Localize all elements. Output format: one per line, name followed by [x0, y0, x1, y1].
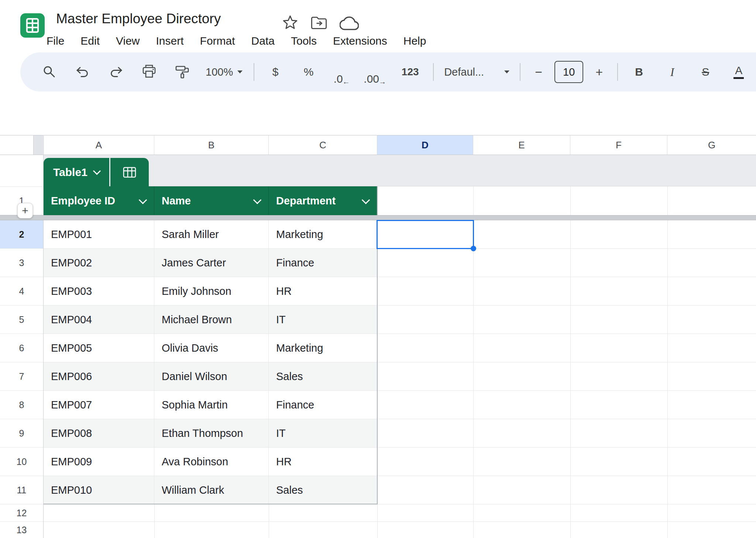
- increase-font-size-button[interactable]: +: [586, 59, 612, 85]
- row-header-7[interactable]: 7: [0, 362, 43, 391]
- cell-a3[interactable]: EMP002: [44, 249, 154, 277]
- more-formats-button[interactable]: 123: [392, 59, 428, 85]
- cell-c3[interactable]: Finance: [269, 249, 377, 277]
- frozen-row-divider[interactable]: [0, 215, 756, 220]
- cell-b10[interactable]: Ava Robinson: [154, 448, 269, 476]
- decrease-decimal-button[interactable]: .0 ←: [326, 59, 358, 85]
- move-folder-icon[interactable]: [310, 15, 328, 30]
- italic-button[interactable]: I: [656, 59, 688, 85]
- table-row: EMP001 Sarah Miller Marketing: [44, 220, 377, 249]
- increase-decimal-button[interactable]: .00 →: [359, 59, 391, 85]
- row-header-3[interactable]: 3: [0, 249, 43, 277]
- font-dropdown[interactable]: Defaul...: [439, 66, 515, 78]
- document-title[interactable]: Master Employee Directory: [56, 11, 221, 27]
- table-header-employee-id[interactable]: Employee ID: [44, 186, 154, 215]
- column-header-c[interactable]: C: [269, 135, 377, 155]
- menu-insert[interactable]: Insert: [156, 35, 184, 47]
- cell-a6[interactable]: EMP005: [44, 334, 154, 362]
- column-header-d[interactable]: D: [377, 135, 473, 155]
- toolbar-divider: [617, 63, 618, 81]
- cell-a8[interactable]: EMP007: [44, 391, 154, 419]
- print-icon[interactable]: [133, 59, 165, 85]
- menu-view[interactable]: View: [116, 35, 140, 47]
- cell-b7[interactable]: Daniel Wilson: [154, 362, 269, 390]
- cell-c4[interactable]: HR: [269, 277, 377, 305]
- cell-a9[interactable]: EMP008: [44, 419, 154, 447]
- font-size-input[interactable]: 10: [554, 61, 583, 83]
- menu-tools[interactable]: Tools: [291, 35, 317, 47]
- star-icon[interactable]: [282, 14, 298, 31]
- decrease-font-size-button[interactable]: −: [526, 59, 551, 85]
- cell-b5[interactable]: Michael Brown: [154, 306, 269, 334]
- header-filter-icon[interactable]: [362, 196, 370, 204]
- menu-edit[interactable]: Edit: [80, 35, 100, 47]
- cell-c10[interactable]: HR: [269, 448, 377, 476]
- column-header-f[interactable]: F: [570, 135, 667, 155]
- row-header-5[interactable]: 5: [0, 306, 43, 334]
- cell-a4[interactable]: EMP003: [44, 277, 154, 305]
- cell-c2[interactable]: Marketing: [269, 220, 377, 248]
- frozen-column-handle[interactable]: [33, 135, 44, 155]
- cell-a2[interactable]: EMP001: [44, 220, 154, 248]
- table-name-chip[interactable]: Table1: [44, 158, 109, 186]
- cell-c8[interactable]: Finance: [269, 391, 377, 419]
- row-header-12[interactable]: 12: [0, 504, 43, 522]
- column-header-b[interactable]: B: [154, 135, 269, 155]
- cell-a11[interactable]: EMP010: [44, 476, 154, 504]
- bold-button[interactable]: B: [623, 59, 655, 85]
- cell-c9[interactable]: IT: [269, 419, 377, 447]
- fill-handle[interactable]: [471, 246, 476, 251]
- table-grid-icon: [123, 167, 136, 178]
- cell-a10[interactable]: EMP009: [44, 448, 154, 476]
- cell-a7[interactable]: EMP006: [44, 362, 154, 390]
- row-header-10[interactable]: 10: [0, 448, 43, 476]
- header-filter-icon[interactable]: [139, 196, 147, 204]
- row-header-6[interactable]: 6: [0, 334, 43, 362]
- row-header-11[interactable]: 11: [0, 476, 43, 504]
- redo-icon[interactable]: [100, 59, 132, 85]
- cell-a5[interactable]: EMP004: [44, 306, 154, 334]
- strikethrough-button[interactable]: S: [690, 59, 721, 85]
- toolbar-divider: [520, 63, 520, 81]
- cell-c11[interactable]: Sales: [269, 476, 377, 504]
- table-menu-button[interactable]: [110, 158, 149, 186]
- zoom-dropdown[interactable]: 100%: [200, 66, 248, 78]
- cell-c5[interactable]: IT: [269, 306, 377, 334]
- column-header-a[interactable]: A: [44, 135, 154, 155]
- sheets-logo-icon[interactable]: [20, 13, 45, 38]
- table-row: EMP007 Sophia Martin Finance: [44, 391, 377, 419]
- column-header-g[interactable]: G: [667, 135, 756, 155]
- column-header-e[interactable]: E: [473, 135, 570, 155]
- header-filter-icon[interactable]: [253, 196, 262, 204]
- menu-extensions[interactable]: Extensions: [333, 35, 387, 47]
- selected-cell-d2[interactable]: [377, 220, 474, 249]
- row-header-13[interactable]: 13: [0, 522, 43, 538]
- cell-b9[interactable]: Ethan Thompson: [154, 419, 269, 447]
- cell-b11[interactable]: William Clark: [154, 476, 269, 504]
- cell-b6[interactable]: Olivia Davis: [154, 334, 269, 362]
- menu-file[interactable]: File: [47, 35, 64, 47]
- menu-format[interactable]: Format: [200, 35, 235, 47]
- row-header-2[interactable]: 2: [0, 220, 43, 249]
- cell-b8[interactable]: Sophia Martin: [154, 391, 269, 419]
- cell-b4[interactable]: Emily Johnson: [154, 277, 269, 305]
- cell-c6[interactable]: Marketing: [269, 334, 377, 362]
- cell-c7[interactable]: Sales: [269, 362, 377, 390]
- menu-help[interactable]: Help: [403, 35, 426, 47]
- undo-icon[interactable]: [67, 59, 99, 85]
- table-header-name[interactable]: Name: [154, 186, 269, 215]
- gridline-h: [377, 362, 756, 362]
- paint-format-icon[interactable]: [166, 59, 198, 85]
- insert-row-button[interactable]: +: [17, 203, 33, 218]
- format-currency-button[interactable]: $: [260, 59, 291, 85]
- row-header-8[interactable]: 8: [0, 391, 43, 419]
- cell-b2[interactable]: Sarah Miller: [154, 220, 269, 248]
- format-percent-button[interactable]: %: [293, 59, 324, 85]
- row-header-9[interactable]: 9: [0, 419, 43, 448]
- menu-data[interactable]: Data: [251, 35, 275, 47]
- cell-b3[interactable]: James Carter: [154, 249, 269, 277]
- table-header-department[interactable]: Department: [269, 186, 377, 215]
- search-icon[interactable]: [34, 59, 65, 85]
- text-color-button[interactable]: A: [723, 59, 755, 85]
- row-header-4[interactable]: 4: [0, 277, 43, 306]
